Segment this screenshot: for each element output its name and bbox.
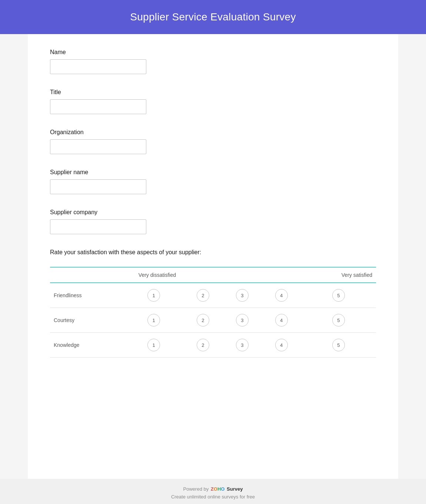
title-input[interactable]	[50, 99, 146, 114]
rating-cell-knowledge-1: 1	[124, 333, 183, 358]
name-label: Name	[50, 49, 376, 56]
rating-section: Rate your satisfaction with these aspect…	[50, 249, 376, 358]
form-container: Name Title Organization Supplier name Su…	[28, 34, 398, 479]
rating-row-knowledge: Knowledge12345	[50, 333, 376, 358]
title-label: Title	[50, 89, 376, 96]
powered-by-text: Powered by	[183, 486, 210, 492]
rating-cell-courtesy-2: 2	[183, 308, 223, 333]
rating-header-row: Very dissatisfied Very satisfied	[50, 267, 376, 283]
rating-label-knowledge: Knowledge	[50, 333, 124, 358]
supplier-company-input[interactable]	[50, 219, 146, 234]
zoho-h: H	[217, 486, 221, 492]
supplier-name-input[interactable]	[50, 179, 146, 194]
rating-row-friendliness: Friendliness12345	[50, 283, 376, 308]
rating-cell-knowledge-3: 3	[223, 333, 262, 358]
survey-text: Survey	[227, 486, 243, 492]
supplier-name-label: Supplier name	[50, 169, 376, 176]
radio-knowledge-2[interactable]: 2	[197, 339, 209, 351]
header-max-label: Very satisfied	[301, 267, 376, 283]
rating-label-courtesy: Courtesy	[50, 308, 124, 333]
rating-cell-courtesy-4: 4	[262, 308, 301, 333]
organization-label: Organization	[50, 129, 376, 136]
rating-cell-courtesy-3: 3	[223, 308, 262, 333]
radio-friendliness-4[interactable]: 4	[275, 289, 288, 302]
radio-knowledge-5[interactable]: 5	[332, 339, 345, 351]
rating-table: Very dissatisfied Very satisfied Friendl…	[50, 267, 376, 358]
rating-label-friendliness: Friendliness	[50, 283, 124, 308]
header-scale-2	[223, 267, 262, 283]
rating-cell-friendliness-2: 2	[183, 283, 223, 308]
radio-friendliness-2[interactable]: 2	[197, 289, 209, 302]
radio-courtesy-4[interactable]: 4	[275, 314, 288, 326]
rating-cell-knowledge-2: 2	[183, 333, 223, 358]
header-scale-1	[183, 267, 223, 283]
footer-tagline: Create unlimited online surveys for free	[7, 494, 419, 500]
header-aspect	[50, 267, 124, 283]
rating-cell-friendliness-3: 3	[223, 283, 262, 308]
rating-cell-knowledge-5: 5	[301, 333, 376, 358]
radio-courtesy-3[interactable]: 3	[236, 314, 249, 326]
radio-courtesy-1[interactable]: 1	[147, 314, 160, 326]
zoho-o1: O	[214, 486, 217, 492]
radio-knowledge-1[interactable]: 1	[147, 339, 160, 351]
survey-title: Supplier Service Evaluation Survey	[7, 11, 419, 23]
rating-cell-courtesy-5: 5	[301, 308, 376, 333]
radio-courtesy-5[interactable]: 5	[332, 314, 345, 326]
radio-friendliness-3[interactable]: 3	[236, 289, 249, 302]
organization-input[interactable]	[50, 139, 146, 154]
radio-knowledge-3[interactable]: 3	[236, 339, 249, 351]
radio-friendliness-5[interactable]: 5	[332, 289, 345, 302]
rating-question: Rate your satisfaction with these aspect…	[50, 249, 376, 256]
zoho-z: Z	[211, 486, 214, 492]
radio-courtesy-2[interactable]: 2	[197, 314, 209, 326]
rating-cell-friendliness-4: 4	[262, 283, 301, 308]
zoho-o2: O	[221, 486, 224, 492]
rating-cell-knowledge-4: 4	[262, 333, 301, 358]
organization-field-group: Organization	[50, 129, 376, 154]
rating-cell-friendliness-5: 5	[301, 283, 376, 308]
footer-powered-by: Powered by ZOHO Survey	[7, 486, 419, 492]
rating-cell-friendliness-1: 1	[124, 283, 183, 308]
header-min-label: Very dissatisfied	[124, 267, 183, 283]
name-field-group: Name	[50, 49, 376, 74]
supplier-company-field-group: Supplier company	[50, 209, 376, 234]
title-field-group: Title	[50, 89, 376, 114]
zoho-logo: ZOHO	[211, 486, 225, 492]
radio-friendliness-1[interactable]: 1	[147, 289, 160, 302]
rating-row-courtesy: Courtesy12345	[50, 308, 376, 333]
header-scale-3	[262, 267, 301, 283]
rating-cell-courtesy-1: 1	[124, 308, 183, 333]
radio-knowledge-4[interactable]: 4	[275, 339, 288, 351]
name-input[interactable]	[50, 59, 146, 74]
supplier-name-field-group: Supplier name	[50, 169, 376, 194]
footer: Powered by ZOHO Survey Create unlimited …	[0, 479, 426, 504]
page-header: Supplier Service Evaluation Survey	[0, 0, 426, 34]
supplier-company-label: Supplier company	[50, 209, 376, 216]
